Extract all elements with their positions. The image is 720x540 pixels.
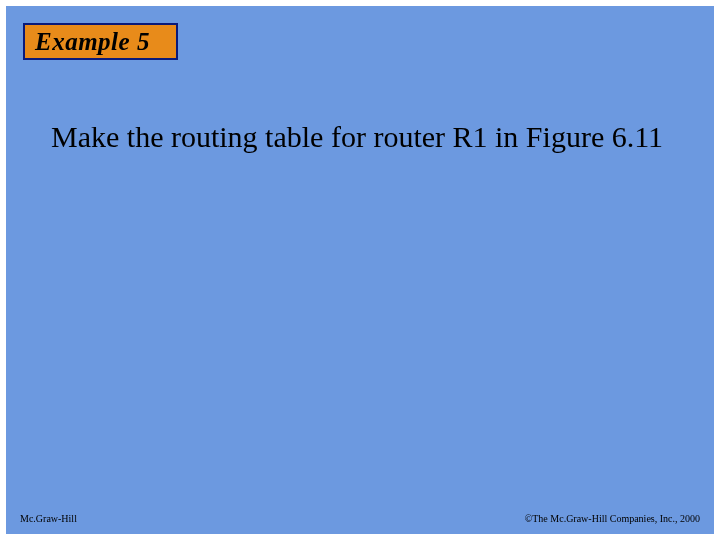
footer-right: ©The Mc.Graw-Hill Companies, Inc., 2000 (525, 513, 700, 524)
example-badge: Example 5 (23, 23, 178, 60)
slide-body-text: Make the routing table for router R1 in … (51, 118, 679, 156)
footer-left: Mc.Graw-Hill (20, 513, 77, 524)
example-badge-label: Example 5 (35, 28, 150, 56)
slide-canvas: Example 5 Make the routing table for rou… (6, 6, 714, 534)
